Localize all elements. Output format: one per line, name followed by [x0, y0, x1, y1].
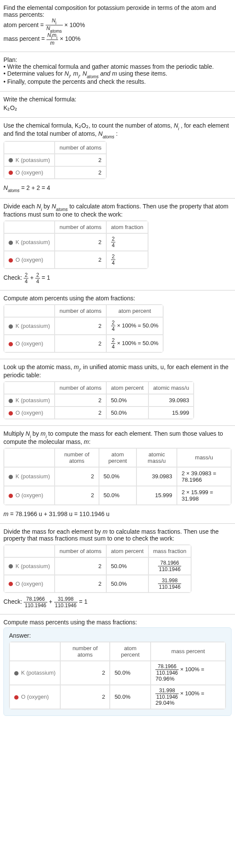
formula-text: K₂O₂ [3, 104, 232, 111]
k-atoms: 2 [60, 661, 110, 685]
intro-text: Find the elemental composition for potas… [3, 4, 232, 18]
col-frac: atom fraction [106, 221, 148, 233]
o-atoms: 2 [55, 575, 106, 593]
plan-b3: • Finally, compute the percents and chec… [3, 78, 232, 85]
masses-intro: Look up the atomic mass, mi, in unified … [3, 364, 232, 379]
check-label: Check: [3, 274, 24, 281]
check-eq: = 1 [42, 274, 50, 281]
table-row: number of atoms atom percent mass fracti… [4, 545, 191, 557]
section-massfrac: Divide the mass for each element by m to… [0, 524, 235, 614]
o-pct: 50.0% [110, 685, 151, 709]
counts-intro-c: : [116, 130, 118, 137]
massfrac-check: Check: 78.1966110.1946 + 31.998110.1946 … [3, 596, 232, 608]
table-row: K (potassium) 2 50.0% 39.0983 [4, 394, 194, 406]
dot-icon [9, 399, 13, 403]
col-pct: atom percent [106, 382, 148, 394]
plan-b1: • Write the chemical formula and gather … [3, 63, 232, 70]
o-amass: 15.999 [136, 486, 177, 505]
plan-b2-a: • Determine values for [3, 70, 65, 77]
table-row: O (oxygen) 2 24 [4, 251, 148, 269]
o-atoms: 2 [55, 406, 106, 419]
counts-intro: Use the chemical formula, K₂O₂, to count… [3, 122, 232, 138]
frac-num: 31.998 [155, 688, 179, 694]
k-frac: 24 [106, 233, 148, 251]
counts-intro-a: Use the chemical formula, K₂O₂, to count… [3, 122, 174, 129]
molmass-total: m = 78.1966 u + 31.998 u = 110.1946 u [3, 510, 232, 517]
frac-den: 110.1946 [155, 670, 179, 675]
k-atoms: 2 [55, 317, 106, 335]
section-intro: Find the elemental composition for potas… [0, 0, 235, 52]
col-pct: atom percent [110, 642, 151, 661]
check-frac-2: 31.998110.1946 [54, 596, 77, 608]
k-atoms: 2 [55, 233, 106, 251]
molmass-table: number of atoms atom percent atomic mass… [3, 448, 232, 505]
element-k: K (potassium) [15, 239, 50, 245]
dot-icon [9, 158, 13, 162]
k-frac: 78.1966110.1946 [148, 557, 191, 575]
check-frac-1: 24 [24, 272, 28, 284]
dot-icon [9, 258, 13, 263]
dot-icon [9, 411, 13, 416]
plan-vars: Ni, mi, Natoms and m [65, 70, 117, 77]
dot-icon [9, 324, 13, 329]
table-row: number of atoms atom percent [4, 305, 163, 317]
table-row: O (oxygen) 2 50.0% 31.998110.1946 × 100%… [9, 685, 226, 709]
mass-frac: Nimi m [46, 33, 58, 46]
frac-den: 4 [111, 260, 116, 266]
element-o: O (oxygen) [15, 492, 43, 498]
frac-num: 78.1966 [158, 560, 181, 566]
section-masspct: Compute mass percents using the mass fra… [0, 614, 235, 722]
atomfrac-table: number of atoms atom fraction K (potassi… [3, 220, 148, 269]
element-k: K (potassium) [21, 669, 56, 676]
check-frac-2: 24 [35, 272, 40, 284]
col-atoms: number of atoms [55, 305, 106, 317]
o-mass: 15.999 [148, 406, 194, 419]
frac-num: 78.1966 [155, 664, 179, 670]
dot-icon [9, 475, 13, 479]
element-k: K (potassium) [15, 563, 50, 569]
element-k: K (potassium) [15, 397, 50, 403]
o-frac: 24 [106, 251, 148, 269]
answer-label: Answer: [9, 632, 226, 639]
k-pct: 24 × 100% = 50.0% [106, 317, 163, 335]
dot-icon [9, 582, 13, 586]
check-eq: = 1 [79, 598, 87, 605]
col-mpct: mass percent [151, 642, 226, 661]
answer-table: number of atoms atom percent mass percen… [9, 642, 226, 709]
dot-icon [14, 671, 19, 675]
o-atoms: 2 [55, 335, 106, 352]
element-k: K (potassium) [15, 473, 50, 480]
atompct-intro: Compute atom percents using the atom fra… [3, 295, 232, 302]
masses-table: number of atoms atom percent atomic mass… [3, 381, 194, 419]
col-pct: atom percent [99, 448, 136, 467]
table-row: O (oxygen) 2 50.0% 15.999 2 × 15.999 = 3… [4, 486, 231, 505]
check-frac-1: 78.1966110.1946 [24, 596, 47, 608]
frac-den: 110.1946 [158, 584, 181, 590]
k-pct: 50.0% [106, 557, 148, 575]
times-100-a: × 100% [64, 21, 85, 28]
atomfrac-intro: Divide each Ni by Natoms to calculate at… [3, 203, 232, 218]
section-counts: Use the chemical formula, K₂O₂, to count… [0, 118, 235, 199]
k-expr: × 100% = 50.0% [115, 322, 158, 329]
table-row: K (potassium) 2 [4, 154, 106, 166]
k-pct: 50.0% [106, 394, 148, 406]
element-o: O (oxygen) [21, 694, 49, 700]
o-atoms: 2 [60, 685, 110, 709]
masspct-intro: Compute mass percents using the mass fra… [3, 619, 232, 626]
k-pct: 50.0% [99, 467, 136, 486]
plan-b2: • Determine values for Ni, mi, Natoms an… [3, 70, 232, 78]
col-mass: mass/u [177, 448, 231, 467]
col-pct: atom percent [106, 545, 148, 557]
counts-natoms: Natoms [98, 130, 114, 137]
table-row: K (potassium) 2 24 × 100% = 50.0% [4, 317, 163, 335]
table-row: K (potassium) 2 50.0% 39.0983 2 × 39.098… [4, 467, 231, 486]
table-row: number of atoms atom percent atomic mass… [4, 448, 231, 467]
section-atompct: Compute atom percents using the atom fra… [0, 290, 235, 359]
k-atoms: 2 [55, 467, 99, 486]
table-row: K (potassium) 2 50.0% 78.1966110.1946 [4, 557, 191, 575]
o-pct: 50.0% [106, 406, 148, 419]
table-row: O (oxygen) 2 [4, 166, 106, 179]
k-atoms: 2 [55, 557, 106, 575]
k-mpct: 78.1966110.1946 × 100% = 70.96% [151, 661, 226, 685]
col-atoms: number of atoms [60, 642, 110, 661]
